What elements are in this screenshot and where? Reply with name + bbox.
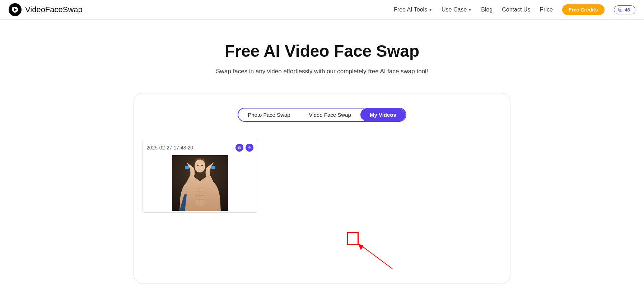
tabs: Photo Face Swap Video Face Swap My Video…	[238, 108, 406, 122]
nav-price[interactable]: Price	[540, 6, 552, 13]
trash-icon	[237, 146, 242, 150]
page-title: Free AI Video Face Swap	[7, 41, 637, 61]
nav-blog[interactable]: Blog	[481, 6, 493, 13]
svg-marker-15	[358, 244, 364, 250]
thumbnail-wrap	[146, 155, 253, 211]
coins-badge[interactable]: 46	[614, 5, 635, 14]
annotation-highlight-box	[347, 232, 359, 245]
svg-rect-12	[185, 166, 189, 169]
coins-count: 46	[625, 7, 630, 13]
coins-icon	[618, 7, 623, 12]
hero: Free AI Video Face Swap Swap faces in an…	[0, 20, 644, 89]
annotation-arrow	[356, 244, 396, 272]
nav-use-case[interactable]: Use Case ▼	[442, 6, 472, 13]
logo-icon	[9, 3, 22, 16]
video-card-header: 2025-02-27 17:48:20	[146, 144, 253, 152]
svg-line-14	[361, 246, 392, 269]
chevron-down-icon: ▼	[429, 8, 432, 12]
svg-point-5	[197, 165, 199, 166]
video-card[interactable]: 2025-02-27 17:48:20	[143, 140, 257, 213]
video-actions	[235, 144, 253, 152]
download-button[interactable]	[246, 144, 253, 152]
main-card: Photo Face Swap Video Face Swap My Video…	[134, 93, 510, 283]
video-timestamp: 2025-02-27 17:48:20	[146, 145, 193, 151]
tab-my-videos[interactable]: My Videos	[360, 109, 406, 121]
svg-point-6	[201, 165, 203, 166]
brand-text: VideoFaceSwap	[25, 5, 83, 14]
nav: Free AI Tools ▼ Use Case ▼ Blog Contact …	[394, 4, 635, 15]
tab-photo-face-swap[interactable]: Photo Face Swap	[238, 109, 299, 121]
svg-point-4	[195, 160, 205, 172]
download-icon	[247, 146, 252, 150]
page-subtitle: Swap faces in any video effortlessly wit…	[7, 68, 637, 75]
delete-button[interactable]	[235, 144, 243, 152]
tab-video-face-swap[interactable]: Video Face Swap	[300, 109, 360, 121]
svg-rect-13	[211, 166, 215, 169]
nav-contact-us[interactable]: Contact Us	[502, 6, 530, 13]
free-credits-button[interactable]: Free Credits	[562, 4, 605, 15]
video-thumbnail[interactable]	[172, 155, 228, 211]
chevron-down-icon: ▼	[468, 8, 472, 12]
header: VideoFaceSwap Free AI Tools ▼ Use Case ▼…	[0, 0, 644, 20]
nav-free-ai-tools[interactable]: Free AI Tools ▼	[394, 6, 432, 13]
videos-grid: 2025-02-27 17:48:20	[134, 140, 510, 213]
svg-point-2	[619, 8, 622, 9]
brand[interactable]: VideoFaceSwap	[9, 3, 83, 16]
